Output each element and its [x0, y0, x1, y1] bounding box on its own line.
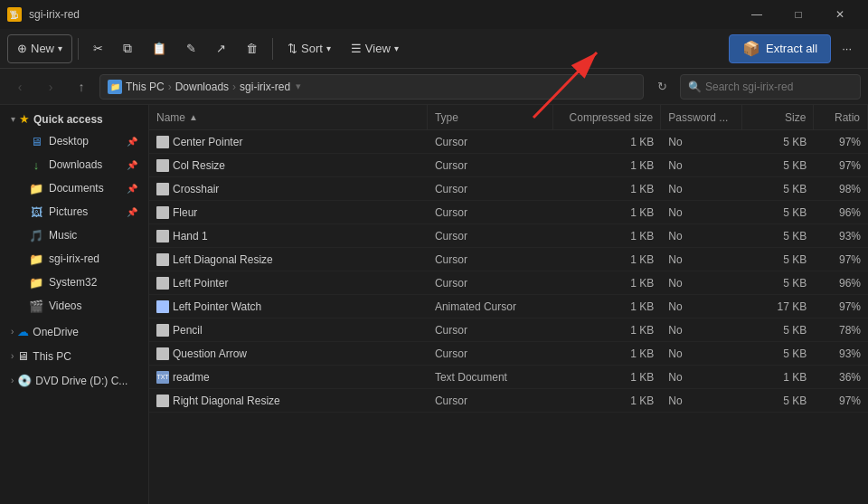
sidebar-item-downloads[interactable]: ↓ Downloads 📌 — [4, 153, 145, 176]
file-compressed: 1 KB — [553, 159, 661, 172]
view-button[interactable]: ☰ View ▾ — [342, 34, 408, 63]
file-ratio: 36% — [814, 371, 868, 384]
file-size: 5 KB — [742, 277, 815, 290]
sidebar-header-onedrive[interactable]: › ☁ OneDrive — [4, 321, 145, 342]
sidebar-header-quickaccess[interactable]: ▾ ★ Quick access — [4, 109, 145, 129]
file-type-icon — [156, 206, 169, 219]
file-password: No — [661, 347, 741, 360]
toolbar: ⊕ New ▾ ✂ ⧉ 📋 ✎ ↗ 🗑 ⇅ Sort ▾ ☰ View ▾ 📦 … — [0, 29, 868, 69]
table-row[interactable]: Center Pointer Cursor 1 KB No 5 KB 97% — [149, 130, 868, 154]
file-size: 5 KB — [742, 324, 815, 337]
file-size: 5 KB — [742, 347, 815, 360]
table-row[interactable]: Right Diagonal Resize Cursor 1 KB No 5 K… — [149, 389, 868, 413]
file-ratio: 97% — [814, 395, 868, 407]
sidebar-item-documents[interactable]: 📁 Documents 📌 — [4, 176, 145, 200]
file-type-icon — [156, 324, 169, 337]
toolbar-separator-1 — [78, 38, 79, 60]
onedrive-chevron-icon: › — [11, 327, 14, 337]
desktop-icon: 🖥 — [29, 134, 43, 148]
file-size: 5 KB — [742, 183, 815, 195]
rename-button[interactable]: ✎ — [177, 34, 205, 63]
sidebar-item-desktop[interactable]: 🖥 Desktop 📌 — [4, 129, 145, 153]
file-ratio: 93% — [814, 347, 868, 360]
col-header-ratio[interactable]: Ratio — [814, 105, 868, 129]
maximize-button[interactable]: □ — [778, 0, 819, 29]
file-compressed: 1 KB — [553, 277, 661, 290]
new-button[interactable]: ⊕ New ▾ — [7, 34, 72, 63]
table-row[interactable]: Left Diagonal Resize Cursor 1 KB No 5 KB… — [149, 248, 868, 271]
file-ratio: 96% — [814, 277, 868, 290]
file-compressed: 1 KB — [553, 324, 661, 337]
sort-button[interactable]: ⇅ Sort ▾ — [278, 34, 340, 63]
search-icon: 🔍 — [688, 81, 702, 93]
table-row[interactable]: Col Resize Cursor 1 KB No 5 KB 97% — [149, 154, 868, 177]
sidebar-item-sgiirixred[interactable]: 📁 sgi-irix-red — [4, 247, 145, 271]
back-button[interactable]: ‹ — [7, 74, 33, 100]
path-segment-folder: sgi-irix-red — [240, 81, 290, 93]
paste-button[interactable]: 📋 — [143, 34, 175, 63]
new-chevron-icon: ▾ — [58, 43, 62, 53]
sidebar-item-pictures[interactable]: 🖼 Pictures 📌 — [4, 200, 145, 223]
col-header-size[interactable]: Size — [742, 105, 815, 129]
file-type: Cursor — [428, 230, 553, 242]
delete-button[interactable]: 🗑 — [237, 34, 267, 63]
up-button[interactable]: ↑ — [69, 74, 94, 100]
file-size: 5 KB — [742, 253, 815, 266]
file-password: No — [661, 371, 741, 384]
file-password: No — [661, 277, 741, 290]
table-row[interactable]: TXT readme Text Document 1 KB No 1 KB 36… — [149, 366, 868, 389]
file-name: TXT readme — [149, 371, 428, 384]
sidebar-item-music[interactable]: 🎵 Music — [4, 223, 145, 247]
sidebar-label-system32: System32 — [49, 276, 137, 289]
forward-button[interactable]: › — [38, 74, 63, 100]
extract-all-button[interactable]: 📦 Extract all — [729, 34, 831, 63]
more-button[interactable]: ··· — [833, 34, 861, 63]
copy-icon: ⧉ — [123, 41, 132, 56]
table-row[interactable]: Left Pointer Cursor 1 KB No 5 KB 96% — [149, 271, 868, 295]
sidebar-section-thispc: › 🖥 This PC — [0, 346, 148, 366]
file-rows-container: Center Pointer Cursor 1 KB No 5 KB 97% C… — [149, 130, 868, 413]
sort-arrow-icon: ▲ — [189, 112, 198, 122]
col-header-name[interactable]: Name ▲ — [149, 105, 428, 129]
sidebar-item-videos[interactable]: 🎬 Videos — [4, 294, 145, 318]
refresh-button[interactable]: ↻ — [649, 74, 675, 100]
file-type-icon — [156, 395, 169, 407]
sort-chevron-icon: ▾ — [326, 43, 331, 53]
file-name: Left Pointer — [149, 277, 428, 290]
search-input[interactable] — [705, 81, 853, 93]
table-row[interactable]: Left Pointer Watch Animated Cursor 1 KB … — [149, 295, 868, 319]
new-icon: ⊕ — [17, 42, 27, 55]
sidebar-header-dvd[interactable]: › 💿 DVD Drive (D:) C... — [4, 370, 145, 391]
path-segment-thispc: This PC — [126, 81, 165, 93]
cut-button[interactable]: ✂ — [84, 34, 112, 63]
col-header-password[interactable]: Password ... — [661, 105, 741, 129]
file-size: 17 KB — [742, 300, 815, 313]
minimize-button[interactable]: — — [736, 0, 778, 29]
sidebar-label-onedrive: OneDrive — [33, 326, 79, 338]
sidebar-header-thispc[interactable]: › 🖥 This PC — [4, 346, 145, 366]
file-type: Cursor — [428, 324, 553, 337]
videos-icon: 🎬 — [29, 299, 43, 313]
sidebar-section-onedrive: › ☁ OneDrive — [0, 321, 148, 342]
table-row[interactable]: Pencil Cursor 1 KB No 5 KB 78% — [149, 319, 868, 342]
sidebar-item-system32[interactable]: 📁 System32 — [4, 271, 145, 294]
file-type: Animated Cursor — [428, 300, 553, 313]
toolbar-separator-2 — [272, 38, 273, 60]
share-button[interactable]: ↗ — [207, 34, 235, 63]
file-password: No — [661, 300, 741, 313]
search-box: 🔍 — [680, 74, 861, 100]
file-password: No — [661, 159, 741, 172]
close-button[interactable]: ✕ — [819, 0, 861, 29]
table-row[interactable]: Fleur Cursor 1 KB No 5 KB 96% — [149, 201, 868, 224]
table-row[interactable]: Crosshair Cursor 1 KB No 5 KB 98% — [149, 177, 868, 201]
copy-button[interactable]: ⧉ — [114, 34, 141, 63]
col-header-compressed[interactable]: Compressed size — [553, 105, 661, 129]
path-sep-1: › — [168, 81, 172, 93]
file-type-icon — [156, 159, 169, 172]
table-row[interactable]: Hand 1 Cursor 1 KB No 5 KB 93% — [149, 224, 868, 248]
table-row[interactable]: Question Arrow Cursor 1 KB No 5 KB 93% — [149, 342, 868, 366]
address-path[interactable]: 📁 This PC › Downloads › sgi-irix-red ▾ — [99, 74, 644, 100]
col-header-type[interactable]: Type — [428, 105, 553, 129]
file-compressed: 1 KB — [553, 183, 661, 195]
file-name: Left Diagonal Resize — [149, 253, 428, 266]
